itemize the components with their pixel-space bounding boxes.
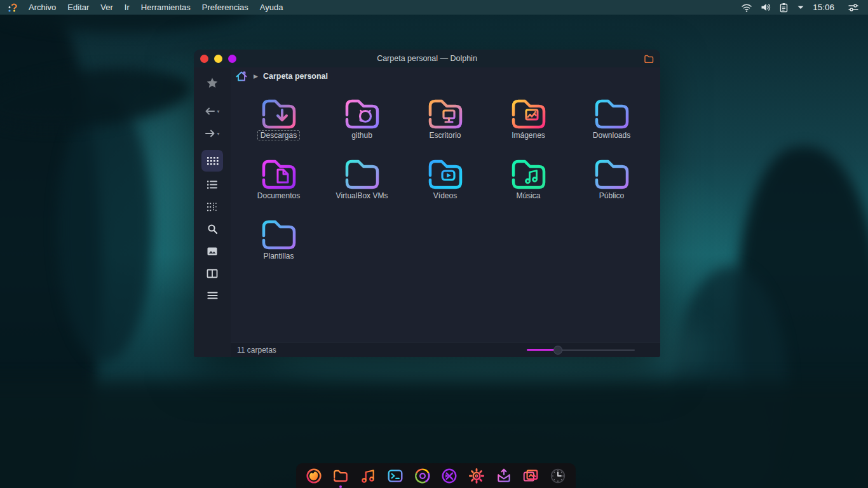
- folder-label: Documentos: [254, 191, 303, 201]
- menu-preferencias[interactable]: Preferencias: [196, 0, 254, 15]
- bookmark-star-icon[interactable]: [201, 73, 223, 92]
- tweaks-sliders-icon[interactable]: [848, 3, 859, 12]
- folder-view[interactable]: Descargas github: [231, 85, 660, 342]
- folder-label: Imágenes: [508, 130, 548, 140]
- window-app-folder-icon: [644, 54, 654, 63]
- desktop: Archivo Editar Ver Ir Herramientas Prefe…: [0, 0, 868, 488]
- dock-terminal-icon[interactable]: [386, 466, 405, 485]
- minimize-button[interactable]: [214, 55, 222, 63]
- folder-label: Descargas: [257, 130, 300, 140]
- folder-label: VirtualBox VMs: [333, 191, 391, 201]
- menu-archivo[interactable]: Archivo: [23, 0, 62, 15]
- back-history-caret-icon[interactable]: ▾: [217, 109, 219, 114]
- dock-photos-icon[interactable]: [521, 466, 540, 485]
- chevron-down-icon[interactable]: [797, 5, 804, 10]
- dock-media-center-icon[interactable]: [440, 466, 459, 485]
- titlebar[interactable]: Carpeta personal — Dolphin: [194, 50, 660, 67]
- dock-share-mail-icon[interactable]: [494, 466, 513, 485]
- preview-toggle-button[interactable]: [201, 241, 223, 261]
- folder-videos[interactable]: Vídeos: [403, 154, 487, 215]
- wifi-icon[interactable]: [741, 3, 752, 13]
- split-view-button[interactable]: [201, 264, 223, 283]
- forward-button[interactable]: ▾: [201, 124, 223, 143]
- dock-chromium-icon[interactable]: [413, 466, 432, 485]
- search-button[interactable]: [201, 219, 223, 238]
- menu-herramientas[interactable]: Herramientas: [135, 0, 196, 15]
- volume-icon[interactable]: [761, 3, 771, 12]
- window-title: Carpeta personal — Dolphin: [194, 54, 660, 63]
- monitor-emblem: [444, 111, 454, 122]
- system-tray: 15:06: [741, 3, 862, 13]
- search-icon: [207, 224, 218, 234]
- forward-history-caret-icon[interactable]: ▾: [217, 131, 219, 137]
- dock: [296, 463, 576, 488]
- window-controls: [200, 55, 236, 63]
- image-preview-icon: [207, 247, 218, 256]
- menu-ayuda[interactable]: Ayuda: [254, 0, 289, 15]
- music-emblem: [526, 171, 536, 184]
- menu-ir[interactable]: Ir: [119, 0, 135, 15]
- dock-settings-icon[interactable]: [467, 466, 486, 485]
- menu-ver[interactable]: Ver: [95, 0, 119, 15]
- folder-escritorio[interactable]: Escritorio: [403, 94, 487, 154]
- running-indicator: [339, 485, 342, 488]
- icons-view-button[interactable]: [201, 150, 223, 172]
- maximize-button[interactable]: [228, 55, 236, 63]
- home-icon[interactable]: [234, 70, 248, 83]
- folder-label: Downloads: [590, 130, 634, 140]
- dock-clock-icon[interactable]: [548, 466, 567, 485]
- folder-imagenes[interactable]: Imágenes: [487, 94, 570, 154]
- close-button[interactable]: [200, 55, 208, 63]
- dock-firefox-icon[interactable]: [304, 466, 323, 485]
- hamburger-icon: [207, 291, 218, 300]
- folder-musica[interactable]: Música: [487, 154, 570, 215]
- folder-downloads[interactable]: Downloads: [570, 94, 653, 154]
- folder-github[interactable]: github: [320, 94, 403, 154]
- statusbar: 11 carpetas: [231, 342, 660, 357]
- image-emblem: [526, 110, 538, 119]
- document-emblem: [278, 170, 288, 182]
- side-toolbar: ▾ ▾: [194, 67, 231, 357]
- clipboard-icon[interactable]: [779, 3, 789, 13]
- zoom-slider[interactable]: [527, 346, 635, 355]
- folder-publico[interactable]: Público: [570, 154, 653, 215]
- clock-label[interactable]: 15:06: [813, 3, 834, 12]
- folder-plantillas[interactable]: Plantillas: [237, 215, 320, 275]
- details-view-button[interactable]: [201, 175, 223, 194]
- dock-music-player-icon[interactable]: [358, 466, 377, 485]
- wallpaper-tree-silhouette: [57, 95, 153, 362]
- folder-label: Música: [513, 191, 543, 201]
- folder-label: Plantillas: [260, 251, 297, 261]
- menu-editar[interactable]: Editar: [62, 0, 95, 15]
- video-play-emblem: [442, 171, 454, 180]
- folder-label: github: [348, 130, 376, 140]
- back-button[interactable]: ▾: [201, 102, 223, 121]
- folder-descargas[interactable]: Descargas: [237, 94, 320, 154]
- compact-view-button[interactable]: [201, 197, 223, 216]
- zoom-slider-fill: [527, 349, 557, 351]
- dock-file-manager-icon[interactable]: [331, 466, 350, 485]
- zoom-slider-handle[interactable]: [553, 346, 562, 355]
- github-emblem: [360, 111, 370, 122]
- items-count-label: 11 carpetas: [237, 346, 276, 355]
- breadcrumb-location[interactable]: Carpeta personal: [263, 72, 328, 81]
- breadcrumb-separator-icon: ▶: [254, 73, 258, 79]
- folder-label: Público: [596, 191, 627, 201]
- folder-documentos[interactable]: Documentos: [237, 154, 320, 215]
- breadcrumb: ▶ Carpeta personal: [231, 67, 660, 85]
- folder-label: Escritorio: [426, 130, 464, 140]
- menu-button[interactable]: [201, 286, 223, 305]
- folder-label: Vídeos: [430, 191, 460, 201]
- dolphin-window: Carpeta personal — Dolphin ▾ ▾: [194, 50, 660, 357]
- folder-virtualbox-vms[interactable]: VirtualBox VMs: [320, 154, 403, 215]
- global-menubar: Archivo Editar Ver Ir Herramientas Prefe…: [0, 0, 868, 15]
- icons-view-grid-icon: [207, 156, 219, 166]
- download-arrow-emblem: [278, 110, 287, 120]
- distro-logo-icon[interactable]: [6, 2, 19, 13]
